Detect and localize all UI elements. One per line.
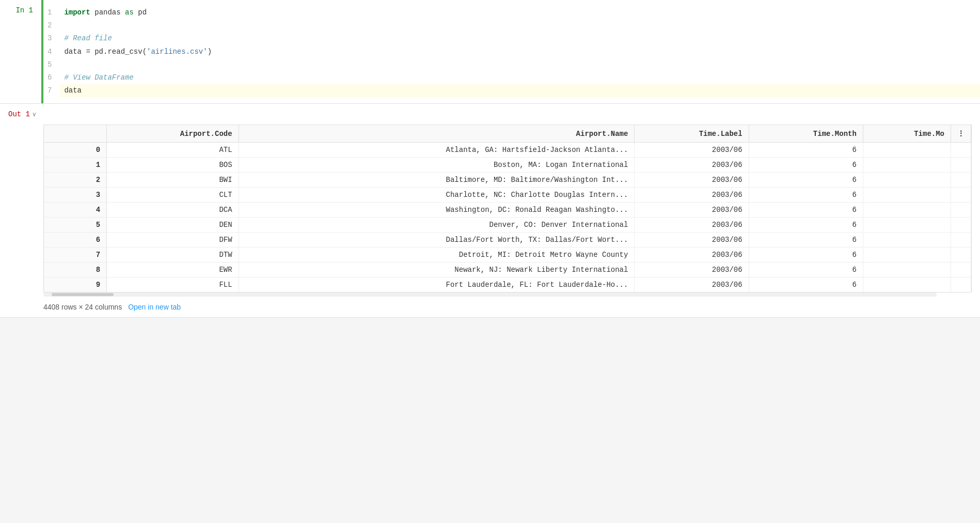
row-time-mo — [863, 248, 951, 263]
row-airport-name: Atlanta, GA: Hartsfield-Jackson Atlanta.… — [239, 143, 635, 158]
row-airport-name: Baltimore, MD: Baltimore/Washington Int.… — [239, 173, 635, 188]
row-time-label: 2003/06 — [635, 143, 749, 158]
row-airport-name: Denver, CO: Denver International — [239, 218, 635, 233]
row-time-month: 6 — [749, 233, 863, 248]
col-header-time-label: Time.Label — [635, 125, 749, 143]
row-time-label: 2003/06 — [635, 218, 749, 233]
row-airport-name: Newark, NJ: Newark Liberty International — [239, 263, 635, 278]
row-airport-name: Detroit, MI: Detroit Metro Wayne County — [239, 248, 635, 263]
table-row: 4 DCA Washington, DC: Ronald Reagan Wash… — [44, 203, 971, 218]
col-header-time-mo: Time.Mo — [863, 125, 951, 143]
module-name: pandas — [94, 8, 120, 17]
code-line-7: data — [60, 84, 980, 97]
table-row: 8 EWR Newark, NJ: Newark Liberty Interna… — [44, 263, 971, 278]
comment-view-df: # View DataFrame — [64, 73, 133, 82]
col-header-airport-code: Airport.Code — [107, 125, 239, 143]
table-row: 1 BOS Boston, MA: Logan International 20… — [44, 158, 971, 173]
row-time-label: 2003/06 — [635, 263, 749, 278]
row-airport-code: DTW — [107, 248, 239, 263]
row-time-label: 2003/06 — [635, 248, 749, 263]
row-airport-code: DEN — [107, 218, 239, 233]
alias-pd: pd — [138, 8, 147, 17]
row-airport-code: CLT — [107, 188, 239, 203]
row-time-mo — [863, 218, 951, 233]
row-time-label: 2003/06 — [635, 173, 749, 188]
dataframe-container[interactable]: Airport.Code Airport.Name Time.Label Tim… — [43, 125, 972, 293]
row-index: 2 — [44, 173, 107, 188]
string-filename: 'airlines.csv' — [147, 48, 208, 56]
col-header-time-month: Time.Month — [749, 125, 863, 143]
row-time-mo — [863, 278, 951, 293]
chevron-down-icon[interactable]: ∨ — [32, 111, 37, 118]
row-more — [951, 188, 971, 203]
row-count-label: 4408 rows × 24 columns — [43, 303, 122, 311]
open-in-new-tab-link[interactable]: Open in new tab — [128, 303, 181, 311]
output-footer: 4408 rows × 24 columns Open in new tab — [0, 297, 980, 317]
row-time-label: 2003/06 — [635, 233, 749, 248]
code-line-5 — [60, 58, 980, 71]
row-time-label: 2003/06 — [635, 278, 749, 293]
row-index: 3 — [44, 188, 107, 203]
row-time-month: 6 — [749, 143, 863, 158]
punct-equals: = pd.read_csv( — [82, 48, 147, 56]
table-row: 7 DTW Detroit, MI: Detroit Metro Wayne C… — [44, 248, 971, 263]
code-line-1: import pandas as pd — [60, 6, 980, 19]
row-more — [951, 233, 971, 248]
row-index: 6 — [44, 233, 107, 248]
row-time-month: 6 — [749, 203, 863, 218]
row-more — [951, 158, 971, 173]
code-line-6: # View DataFrame — [60, 71, 980, 84]
row-more — [951, 203, 971, 218]
row-airport-code: DFW — [107, 233, 239, 248]
dataframe-table: Airport.Code Airport.Name Time.Label Tim… — [44, 125, 971, 292]
table-row: 2 BWI Baltimore, MD: Baltimore/Washingto… — [44, 173, 971, 188]
code-lines: import pandas as pd # Read file data = p… — [60, 4, 980, 99]
line-numbers: 1 2 3 4 5 6 7 — [43, 4, 60, 99]
row-airport-code: EWR — [107, 263, 239, 278]
row-index: 5 — [44, 218, 107, 233]
notebook: In 1 1 2 3 4 5 6 7 import pandas as pd #… — [0, 0, 980, 318]
row-more — [951, 248, 971, 263]
cell-input-label: In 1 — [0, 0, 41, 103]
row-airport-code: DCA — [107, 203, 239, 218]
row-airport-code: ATL — [107, 143, 239, 158]
row-index: 9 — [44, 278, 107, 293]
keyword-as: as — [125, 8, 134, 17]
output-cell: Out 1 ∨ Airport.Code Airport.Name Time.L… — [0, 104, 980, 318]
row-time-label: 2003/06 — [635, 188, 749, 203]
table-row: 6 DFW Dallas/Fort Worth, TX: Dallas/Fort… — [44, 233, 971, 248]
row-airport-name: Fort Lauderdale, FL: Fort Lauderdale-Ho.… — [239, 278, 635, 293]
col-header-airport-name: Airport.Name — [239, 125, 635, 143]
var-data: data — [64, 48, 82, 56]
code-line-2 — [60, 19, 980, 32]
horizontal-scrollbar[interactable] — [43, 293, 937, 297]
table-row: 9 FLL Fort Lauderdale, FL: Fort Lauderda… — [44, 278, 971, 293]
cell-output-label: Out 1 — [8, 110, 30, 118]
row-time-month: 6 — [749, 188, 863, 203]
code-content: 1 2 3 4 5 6 7 import pandas as pd # Read… — [43, 0, 980, 103]
table-row: 5 DEN Denver, CO: Denver International 2… — [44, 218, 971, 233]
table-row: 3 CLT Charlotte, NC: Charlotte Douglas I… — [44, 188, 971, 203]
row-airport-code: BOS — [107, 158, 239, 173]
row-more — [951, 218, 971, 233]
row-airport-name: Washington, DC: Ronald Reagan Washingto.… — [239, 203, 635, 218]
row-time-month: 6 — [749, 218, 863, 233]
row-time-mo — [863, 233, 951, 248]
row-index: 7 — [44, 248, 107, 263]
row-time-mo — [863, 173, 951, 188]
more-columns-icon[interactable]: ⋮ — [951, 125, 971, 143]
row-airport-code: FLL — [107, 278, 239, 293]
scrollbar-thumb[interactable] — [52, 293, 114, 296]
output-header: Out 1 ∨ — [0, 104, 980, 125]
col-header-index — [44, 125, 107, 143]
row-time-mo — [863, 188, 951, 203]
code-line-3: # Read file — [60, 32, 980, 45]
row-time-mo — [863, 263, 951, 278]
row-more — [951, 263, 971, 278]
row-time-mo — [863, 158, 951, 173]
var-data-output: data — [64, 86, 82, 95]
row-time-month: 6 — [749, 263, 863, 278]
code-line-4: data = pd.read_csv('airlines.csv') — [60, 45, 980, 58]
comment-read-file: # Read file — [64, 34, 112, 42]
row-time-month: 6 — [749, 158, 863, 173]
